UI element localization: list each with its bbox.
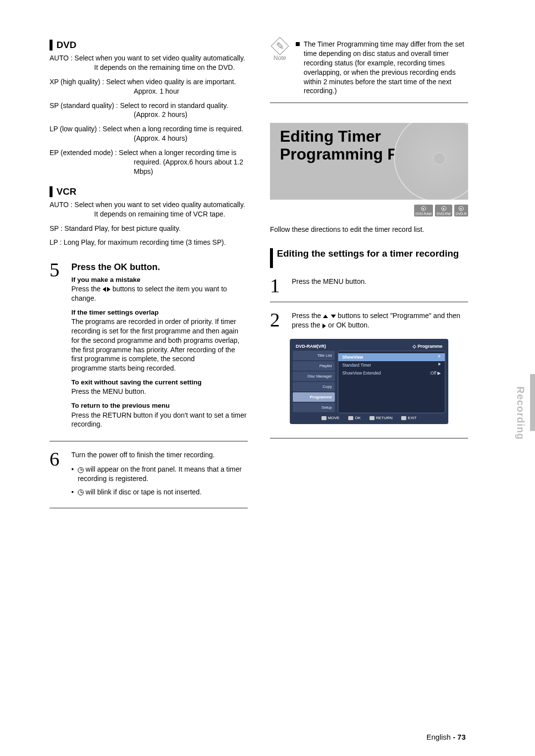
vcr-item: SP : Standard Play, for best picture qua…	[50, 224, 248, 233]
overlap-heading: If the timer settings overlap	[71, 308, 248, 317]
note-label: Note	[273, 54, 286, 61]
osd-panel: ShowView Standard Timer ShowView Extende…	[338, 351, 445, 413]
divider	[270, 438, 468, 438]
return-text: Press the RETURN button if you don't wan…	[71, 411, 248, 430]
osd-menu-item[interactable]: Title List	[293, 351, 335, 360]
step-body: Press the buttons to select "Programme" …	[292, 311, 468, 330]
down-arrow-icon	[331, 315, 336, 318]
note-list: The Timer Programming time may differ fr…	[296, 40, 468, 96]
format-badge: DVD-RW	[435, 205, 452, 216]
vcr-section-title: VCR	[50, 186, 248, 197]
divider	[270, 103, 468, 103]
right-column: ✎ Note The Timer Programming time may di…	[270, 40, 468, 708]
note-icon: ✎	[271, 37, 289, 55]
step-number: 6	[50, 450, 64, 501]
osd-footer-key: MOVE	[321, 416, 340, 420]
step-5: 5 Press the OK button. If you make a mis…	[50, 261, 248, 434]
osd-footer-key: RETURN	[370, 416, 392, 420]
osd-menu-item[interactable]: Copy	[293, 382, 335, 391]
divider	[50, 508, 248, 508]
osd-footer-key: EXIT	[401, 416, 417, 420]
step-number: 1	[270, 277, 285, 295]
page-content: DVD AUTO : Select when you want to set v…	[50, 40, 490, 708]
up-arrow-icon	[323, 315, 328, 318]
left-column: DVD AUTO : Select when you want to set v…	[50, 40, 248, 708]
vcr-item: LP : Long Play, for maximum recording ti…	[50, 238, 248, 247]
step6-b1: will appear on the front panel. It means…	[78, 465, 248, 484]
dvd-title: DVD	[56, 40, 76, 51]
dvd-item: SP (standard quality) : Select to record…	[50, 101, 248, 120]
step6-line1: Turn the power off to finish the timer r…	[71, 450, 248, 460]
osd-screenshot: DVD-RAM(VR) ◇ Programme Title List Playl…	[290, 339, 448, 424]
osd-header: DVD-RAM(VR) ◇ Programme	[293, 342, 445, 351]
section-bar	[50, 40, 53, 51]
format-badge: DVD-R	[454, 205, 468, 216]
step-number: 2	[270, 311, 285, 330]
exit-text: Press the MENU button.	[71, 387, 248, 396]
note-block: ✎ Note The Timer Programming time may di…	[270, 40, 468, 96]
osd-body: Title List Playlist Disc Manager Copy Pr…	[293, 351, 445, 413]
left-arrow-icon	[103, 287, 106, 292]
feature-intro: Follow these directions to edit the time…	[270, 225, 468, 233]
osd-menu-item[interactable]: Playlist	[293, 361, 335, 371]
osd-menu-item[interactable]: Disc Manager	[293, 372, 335, 381]
editing-subsection-title: Editing the settings for a timer recordi…	[270, 248, 468, 268]
dvd-item: XP (high quality) : Select when video qu…	[50, 77, 248, 96]
square-bullet-icon	[296, 42, 300, 46]
step-title: Press the OK button.	[71, 261, 248, 273]
mistake-heading: If you make a mistake	[71, 275, 248, 284]
return-heading: To return to the previous menu	[71, 401, 248, 410]
timer-icon	[78, 489, 84, 495]
step6-bullet: • will blink if disc or tape is not inse…	[71, 487, 248, 497]
right-step-1: 1 Press the MENU button.	[270, 277, 468, 295]
osd-menu: Title List Playlist Disc Manager Copy Pr…	[293, 351, 335, 413]
overlap-text: The programs are recorded in order of pr…	[71, 317, 248, 364]
osd-footer-key: OK	[348, 416, 361, 420]
timer-icon	[78, 467, 84, 473]
step-body: Turn the power off to finish the timer r…	[71, 450, 248, 501]
step6-b2-text: will blink if disc or tape is not insert…	[86, 488, 202, 496]
right-arrow-icon	[107, 287, 110, 292]
right-step-2: 2 Press the buttons to select "Programme…	[270, 311, 468, 330]
osd-menu-item-active[interactable]: Programme	[293, 392, 335, 402]
osd-panel-row[interactable]: ShowView	[338, 353, 445, 361]
right-caret-icon	[438, 355, 441, 358]
note-icon-column: ✎ Note	[270, 40, 290, 61]
mistake-text: Press the buttons to select the item you…	[71, 284, 248, 303]
osd-menu-item[interactable]: Setup	[293, 403, 335, 412]
step-body: Press the MENU button.	[292, 277, 468, 295]
step-number: 5	[50, 261, 64, 434]
footer-lang: English	[427, 733, 451, 741]
right-arrow-icon	[322, 324, 326, 328]
footer-page: 73	[457, 733, 466, 741]
vcr-title: VCR	[56, 186, 76, 197]
divider	[50, 441, 248, 441]
page-footer: English - 73	[427, 733, 466, 741]
format-badges: DVD-RAM DVD-RW DVD-R	[270, 205, 468, 216]
step6-bullet: • will appear on the front panel. It mea…	[71, 465, 248, 484]
osd-panel-row[interactable]: ShowView Extended:Off ▶	[338, 369, 445, 377]
dvd-item: LP (low quality) : Select when a long re…	[50, 124, 248, 143]
note-item: The Timer Programming time may differ fr…	[296, 40, 468, 96]
side-tab-label: Recording	[515, 386, 526, 440]
step6-b2: will blink if disc or tape is not insert…	[78, 487, 202, 497]
sub-title-text: Editing the settings for a timer recordi…	[277, 248, 459, 259]
step6-b1-text: will appear on the front panel. It means…	[78, 465, 242, 483]
exit-heading: To exit without saving the current setti…	[71, 378, 248, 387]
dvd-item: AUTO : Select when you want to set video…	[50, 54, 248, 72]
osd-top-left: DVD-RAM(VR)	[296, 344, 326, 349]
osd-footer: MOVE OK RETURN EXIT	[293, 413, 445, 421]
format-badge: DVD-RAM	[414, 205, 433, 216]
divider	[270, 302, 468, 302]
side-tab-strip	[530, 374, 535, 431]
note-text: The Timer Programming time may differ fr…	[304, 40, 468, 96]
step-body: Press the OK button. If you make a mista…	[71, 261, 248, 434]
section-bar	[270, 248, 273, 268]
right-caret-icon	[438, 363, 441, 366]
osd-top-right: ◇ Programme	[413, 344, 442, 349]
dvd-section-title: DVD	[50, 40, 248, 51]
section-bar	[50, 186, 53, 197]
step-6: 6 Turn the power off to finish the timer…	[50, 450, 248, 501]
osd-panel-row[interactable]: Standard Timer	[338, 361, 445, 369]
vcr-item: AUTO : Select when you want to set video…	[50, 200, 248, 219]
